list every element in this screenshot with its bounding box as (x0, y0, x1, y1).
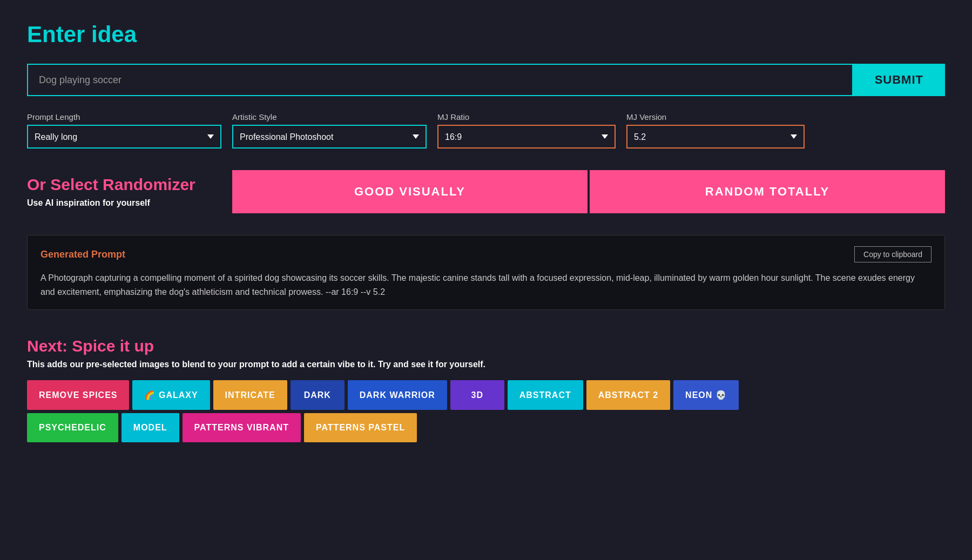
prompt-length-select[interactable]: Short Medium Long Really long (27, 125, 221, 149)
mj-version-group: MJ Version 4 5 5.1 5.2 6 (626, 112, 805, 149)
spice-title: Next: Spice it up (27, 337, 945, 355)
mj-ratio-label: MJ Ratio (437, 112, 616, 122)
prompt-length-group: Prompt Length Short Medium Long Really l… (27, 112, 221, 149)
submit-button[interactable]: SUBMIT (853, 64, 945, 96)
good-visually-button[interactable]: GOOD VISUALLY (232, 170, 588, 213)
spice-abstract2-button[interactable]: ABSTRACT 2 (586, 380, 670, 410)
spice-neon-button[interactable]: NEON 💀 (673, 380, 739, 410)
randomizer-title: Or Select Randomizer (27, 176, 216, 194)
mj-version-label: MJ Version (626, 112, 805, 122)
random-totally-button[interactable]: RANDOM TOTALLY (590, 170, 945, 213)
idea-input[interactable] (27, 64, 853, 96)
artistic-style-select[interactable]: None Professional Photoshoot Anime Oil P… (232, 125, 427, 149)
spice-buttons-row-1: REMOVE SPICES 🌈 GALAXY INTRICATE DARK DA… (27, 380, 945, 410)
artistic-style-label: Artistic Style (232, 112, 427, 122)
mj-version-select[interactable]: 4 5 5.1 5.2 6 (626, 125, 805, 149)
spice-galaxy-button[interactable]: 🌈 GALAXY (132, 380, 210, 410)
dropdowns-row: Prompt Length Short Medium Long Really l… (27, 112, 945, 149)
spice-subtitle: This adds our pre-selected images to ble… (27, 360, 945, 369)
randomizer-title-highlight: Select Randomizer (50, 176, 195, 193)
generated-prompt-text: A Photograph capturing a compelling mome… (40, 271, 932, 299)
page-title: Enter idea (27, 22, 945, 48)
mj-ratio-select[interactable]: 1:1 4:3 16:9 9:16 3:2 (437, 125, 616, 149)
spice-buttons-row-2: PSYCHEDELIC MODEL PATTERNS VIBRANT PATTE… (27, 413, 945, 442)
spice-abstract-button[interactable]: ABSTRACT (508, 380, 583, 410)
randomizer-section: Or Select Randomizer Use AI inspiration … (27, 170, 945, 213)
prompt-length-label: Prompt Length (27, 112, 221, 122)
spice-intricate-button[interactable]: INTRICATE (213, 380, 287, 410)
spice-dark-button[interactable]: DARK (291, 380, 345, 410)
randomizer-subtitle: Use AI inspiration for yourself (27, 198, 216, 208)
spice-psychedelic-button[interactable]: PSYCHEDELIC (27, 413, 118, 442)
spice-patterns-vibrant-button[interactable]: PATTERNS VIBRANT (183, 413, 301, 442)
generated-prompt-section: Generated Prompt Copy to clipboard A Pho… (27, 235, 945, 310)
randomizer-left: Or Select Randomizer Use AI inspiration … (27, 176, 216, 208)
spice-section: Next: Spice it up This adds our pre-sele… (27, 337, 945, 442)
randomizer-title-prefix: Or (27, 176, 50, 193)
copy-to-clipboard-button[interactable]: Copy to clipboard (854, 246, 932, 262)
spice-title-prefix: Next: (27, 337, 72, 355)
spice-dark-warrior-button[interactable]: DARK WARRIOR (348, 380, 447, 410)
spice-remove-button[interactable]: REMOVE SPICES (27, 380, 129, 410)
generated-prompt-header: Generated Prompt Copy to clipboard (40, 246, 932, 262)
spice-title-highlight: Spice it up (72, 337, 154, 355)
spice-3d-button[interactable]: 3D (450, 380, 504, 410)
idea-input-row: SUBMIT (27, 64, 945, 96)
artistic-style-group: Artistic Style None Professional Photosh… (232, 112, 427, 149)
randomizer-buttons: GOOD VISUALLY RANDOM TOTALLY (232, 170, 945, 213)
spice-model-button[interactable]: MODEL (122, 413, 179, 442)
spice-patterns-pastel-button[interactable]: PATTERNS PASTEL (304, 413, 417, 442)
mj-ratio-group: MJ Ratio 1:1 4:3 16:9 9:16 3:2 (437, 112, 616, 149)
generated-prompt-title: Generated Prompt (40, 249, 125, 260)
